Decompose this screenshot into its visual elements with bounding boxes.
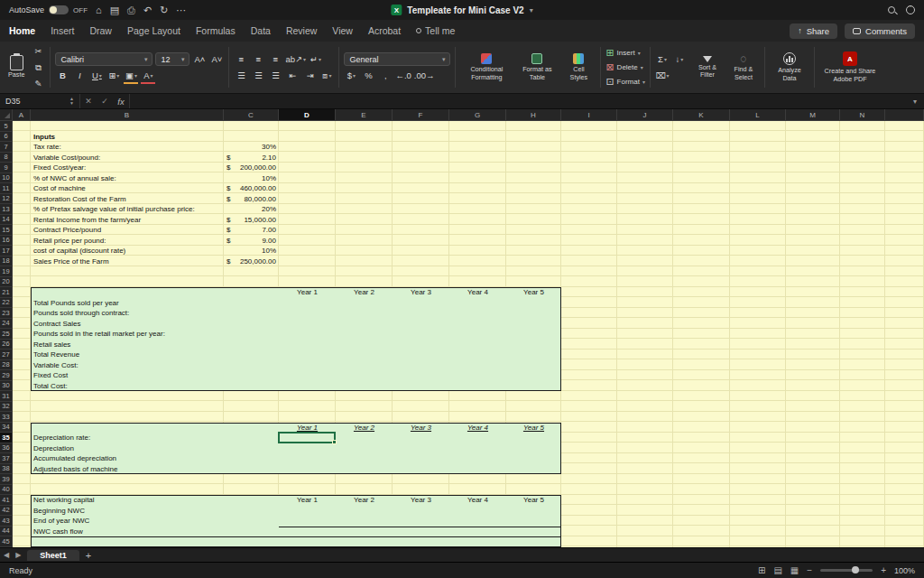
col-header-E[interactable]: E — [336, 109, 393, 121]
col-header-D[interactable]: D — [279, 109, 336, 121]
row-header-26[interactable]: 26 — [0, 340, 13, 350]
fill-color-icon[interactable]: ▣▾ — [124, 69, 138, 82]
row-header-11[interactable]: 11 — [0, 183, 13, 194]
row-header-38[interactable]: 38 — [0, 464, 13, 475]
row-header-16[interactable]: 16 — [0, 236, 13, 247]
cell-G21[interactable]: Year 4 — [449, 287, 506, 298]
name-box-spinner[interactable]: ▲▼ — [69, 97, 74, 106]
save-icon[interactable]: ▤ — [110, 5, 119, 15]
row-header-45[interactable]: 45 — [0, 536, 13, 547]
align-left-icon[interactable]: ☰ — [234, 69, 248, 82]
zoom-level[interactable]: 100% — [894, 566, 915, 575]
wrap-text-icon[interactable]: ↵▾ — [309, 52, 323, 66]
zoom-in-icon[interactable]: + — [881, 565, 886, 575]
row-header-27[interactable]: 27 — [0, 350, 13, 360]
next-sheet-icon[interactable]: ▶ — [15, 551, 21, 559]
percent-format-icon[interactable]: % — [361, 69, 375, 82]
cell-C9[interactable]: $200,000.00 — [224, 163, 279, 173]
zoom-slider[interactable] — [820, 569, 873, 572]
row-header-18[interactable]: 18 — [0, 256, 13, 267]
align-bottom-icon[interactable]: ≡ — [268, 52, 282, 66]
col-header-F[interactable]: F — [393, 109, 449, 121]
row-header-5[interactable]: 5 — [0, 121, 13, 132]
cell-B9[interactable]: Fixed Cost/year: — [31, 163, 224, 173]
add-sheet-button[interactable]: + — [86, 550, 91, 561]
cell-B43[interactable]: End of year NWC — [31, 516, 224, 527]
row-header-23[interactable]: 23 — [0, 308, 13, 319]
tab-tell-me[interactable]: Tell me — [416, 25, 455, 36]
cell-C12[interactable]: $80,000.00 — [224, 194, 279, 205]
format-cells-button[interactable]: ⊡ Format▾ — [605, 76, 645, 88]
font-name-select[interactable]: Calibri▾ — [55, 52, 152, 66]
page-break-view-icon[interactable]: ▦ — [790, 565, 799, 575]
sheet-grid[interactable]: 5678910111213141516171819202122232425262… — [0, 121, 924, 547]
cell-B38[interactable]: Adjusted basis of machine — [31, 464, 224, 475]
cell-B23[interactable]: Pounds sold through contract: — [31, 308, 224, 319]
row-header-7[interactable]: 7 — [0, 142, 13, 153]
increase-decimal-icon[interactable]: ←.0 — [395, 69, 411, 82]
cell-B29[interactable]: Fixed Cost — [31, 370, 224, 381]
row-header-21[interactable]: 21 — [0, 287, 13, 298]
cell-B16[interactable]: Retail price per pound: — [31, 236, 224, 247]
zoom-out-icon[interactable]: − — [807, 565, 812, 575]
cell-C13[interactable]: 20% — [224, 204, 279, 215]
cell-B24[interactable]: Contract Sales — [31, 319, 224, 330]
format-painter-icon[interactable]: ✎ — [31, 77, 45, 90]
cell-B22[interactable]: Total Pounds sold per year — [31, 298, 224, 309]
fill-icon[interactable]: ↓▾ — [672, 52, 687, 66]
row-header-17[interactable]: 17 — [0, 246, 13, 256]
italic-button[interactable]: I — [72, 69, 87, 82]
cell-B36[interactable]: Depreciation — [31, 443, 224, 454]
cut-icon[interactable]: ✂ — [31, 44, 45, 58]
autosave-toggle[interactable] — [49, 5, 69, 14]
cell-C17[interactable]: 10% — [224, 246, 279, 256]
row-header-34[interactable]: 34 — [0, 423, 13, 434]
formula-bar-expand-icon[interactable]: ▾ — [906, 98, 924, 106]
number-format-select[interactable]: General▾ — [344, 52, 450, 66]
insert-cells-button[interactable]: ⊞ Insert▾ — [605, 47, 645, 59]
search-icon[interactable] — [888, 6, 895, 14]
cell-B14[interactable]: Rental Income from the farm/year — [31, 215, 224, 226]
cell-D21[interactable]: Year 1 — [279, 287, 336, 298]
font-size-select[interactable]: 12▾ — [155, 52, 189, 66]
more-commands-icon[interactable]: ⋯ — [176, 5, 186, 15]
row-header-31[interactable]: 31 — [0, 391, 13, 402]
row-header-28[interactable]: 28 — [0, 360, 13, 371]
tab-view[interactable]: View — [332, 25, 353, 36]
row-header-10[interactable]: 10 — [0, 173, 13, 184]
row-header-36[interactable]: 36 — [0, 443, 13, 454]
row-header-30[interactable]: 30 — [0, 381, 13, 392]
cell-F41[interactable]: Year 3 — [393, 495, 449, 506]
print-icon[interactable]: ⎙ — [127, 5, 135, 15]
align-top-icon[interactable]: ≡ — [234, 52, 248, 66]
merge-center-icon[interactable]: ⧈▾ — [319, 69, 334, 82]
cell-D41[interactable]: Year 1 — [279, 495, 336, 506]
row-header-12[interactable]: 12 — [0, 194, 13, 205]
decrease-indent-icon[interactable]: ⇤ — [285, 69, 300, 82]
row-header-40[interactable]: 40 — [0, 485, 13, 496]
decrease-font-icon[interactable]: A˅ — [209, 52, 224, 66]
cell-B25[interactable]: Pounds sold in the retail market per yea… — [31, 329, 224, 340]
sort-filter-button[interactable]: Sort & Filter — [691, 56, 724, 79]
cell-B17[interactable]: cost of capital (discount rate) — [31, 246, 224, 256]
paste-button[interactable]: Paste — [5, 55, 27, 79]
active-cell-selection[interactable] — [278, 432, 336, 443]
cell-B28[interactable]: Variable Cost: — [31, 360, 224, 371]
cell-B11[interactable]: Cost of machine — [31, 183, 224, 194]
tab-data[interactable]: Data — [251, 25, 271, 36]
analyze-data-button[interactable]: Analyze Data — [770, 52, 809, 82]
col-header-A[interactable]: A — [13, 109, 31, 121]
prev-sheet-icon[interactable]: ◀ — [4, 551, 9, 559]
bold-button[interactable]: B — [55, 69, 69, 82]
sheet-tab-sheet1[interactable]: Sheet1 — [27, 550, 79, 561]
cell-B37[interactable]: Accumulated depreciation — [31, 453, 224, 464]
undo-icon[interactable]: ↶ — [143, 5, 152, 15]
delete-cells-button[interactable]: ⊠ Delete▾ — [605, 61, 645, 73]
fill-handle[interactable] — [332, 440, 337, 444]
row-header-15[interactable]: 15 — [0, 225, 13, 236]
row-header-33[interactable]: 33 — [0, 412, 13, 423]
row-header-20[interactable]: 20 — [0, 277, 13, 288]
cell-E41[interactable]: Year 2 — [336, 495, 393, 506]
page-layout-view-icon[interactable]: ▤ — [773, 565, 781, 575]
select-all-corner[interactable] — [0, 109, 13, 121]
